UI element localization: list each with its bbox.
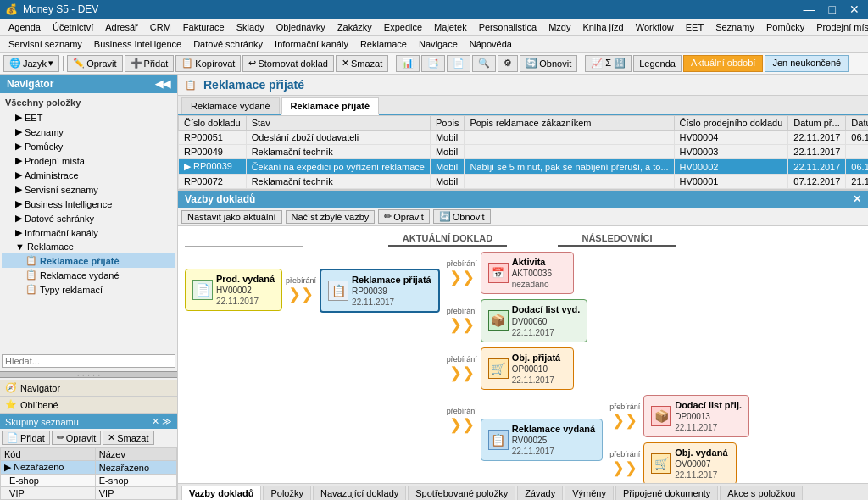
nav-item-reklamace-vydane[interactable]: 📋 Reklamace vydané [2,268,175,282]
nav-item-typy-reklamaci[interactable]: 📋 Typy reklamací [2,282,175,297]
vazby-close-icon[interactable]: ✕ [853,193,861,205]
menu-agenda[interactable]: Agenda [3,20,46,34]
box-dodaci-vyd[interactable]: 📦 Dodací list vyd. DV00060 22.11.2017 [481,299,588,342]
bottom-tab-zavady[interactable]: Závady [517,486,563,500]
box-obj-prijata[interactable]: 🛒 Obj. přijatá OP00010 22.11.2017 [481,347,574,390]
menu-knihajizd[interactable]: Kniha jízd [577,20,628,34]
vazby-opravit-btn[interactable]: ✏ Opravit [378,209,429,224]
toolbar-legenda-btn[interactable]: Legenda [633,55,682,72]
nav-item-pomucky[interactable]: ▶ Pomůcky [2,139,175,153]
expand-icon: ▶ [15,184,22,195]
box-obj-vydana[interactable]: 🛒 Obj. vydaná OV00007 22.11.2017 [643,442,737,483]
nav-item-prodejni[interactable]: ▶ Prodejní místa [2,153,175,168]
bottom-tab-pripojene[interactable]: Připojené dokumenty [615,486,718,500]
box-aktivita[interactable]: 📅 Aktivita AKT00036 nezadáno [481,252,574,294]
bottom-tab-navazujici[interactable]: Navazující doklady [313,486,406,500]
bottom-tab-spotrebovane[interactable]: Spotřebované položky [408,486,515,500]
menu-informacni[interactable]: Informační kanály [270,37,353,51]
groups-row-vip[interactable]: VIP VIP [1,487,177,500]
menu-eet[interactable]: EET [681,20,709,34]
predecessor-box[interactable]: 📄 Prod. vydaná HV00002 22.11.2017 [185,269,282,311]
menu-navigace[interactable]: Navigace [414,37,463,51]
toolbar-icons-group[interactable]: 📈 Σ 🔢 [585,55,632,72]
nav-item-servisni[interactable]: ▶ Servisní seznamy [2,182,175,197]
menu-personalistica[interactable]: Personalistica [474,20,542,34]
toolbar-aktualni-btn[interactable]: Aktuální období [683,55,763,72]
groups-smazat-btn[interactable]: ✕ Smazat [103,431,153,445]
tab-prijate[interactable]: Reklamace přijaté [281,97,380,115]
groups-header-btns[interactable]: ✕ ≫ [152,416,172,427]
groups-table: Kód Název ▶ Nezařazeno Nezařazeno E-shop… [0,447,177,500]
toolbar-obnovit-btn[interactable]: 🔄 Obnovit [520,55,577,72]
aktivita-icon: 📅 [488,263,509,283]
nav-resize-handle[interactable]: · · · · · [0,371,177,378]
nav-item-eet[interactable]: ▶ EET [2,110,175,125]
menu-servisni[interactable]: Servisní seznamy [3,37,87,51]
nav-item-datove[interactable]: ▶ Datové schránky [2,211,175,225]
nav-item-reklamace[interactable]: ▼ Reklamace [2,240,175,253]
menu-pomucky[interactable]: Pomůcky [761,20,810,34]
toolbar-icon1[interactable]: 📊 [396,55,420,72]
bottom-tab-akce[interactable]: Akce s položkou [720,486,803,500]
toolbar-stornovat-btn[interactable]: ↩ Stornovat doklad [242,55,334,72]
toolbar-icon3[interactable]: 📄 [447,55,470,72]
groups-row-eshop[interactable]: E-shop E-shop [1,475,177,487]
table-row-selected[interactable]: ▶ RP00039 Čekání na expedici po vyřízení… [179,159,869,175]
menu-workflow[interactable]: Workflow [631,20,679,34]
nasledovnik-aktivita: přebírání ❯❯ 📅 Aktivita AKT00036 nezadán… [443,252,749,294]
groups-pridat-btn[interactable]: 📄 Přidat [2,431,50,445]
nav-item-informacni[interactable]: ▶ Informační kanály [2,225,175,240]
vazby-obnovit-btn[interactable]: 🔄 Obnovit [433,209,491,224]
toolbar-icon5[interactable]: ⚙ [498,55,518,72]
box-reklamace-vydana[interactable]: 📋 Reklamace vydaná RV00025 22.11.2017 [481,419,603,461]
nav-item-admin[interactable]: ▶ Administrace [2,168,175,182]
oblibene-section-btn[interactable]: ⭐ Oblíbené [0,397,177,414]
toolbar-opravit-btn[interactable]: ✏️ Opravit [67,55,122,72]
bottom-tab-vazby[interactable]: Vazby dokladů [181,486,261,500]
table-row[interactable]: RP00049 Reklamační technik Mobil HV00003… [179,145,869,159]
groups-opravit-btn[interactable]: ✏ Opravit [52,431,101,445]
menu-prodejni[interactable]: Prodejní místa [811,20,868,34]
toolbar-jenNekoncene-btn[interactable]: Jen neukončené [765,55,849,72]
nav-item-seznamy[interactable]: ▶ Seznamy [2,125,175,139]
vazby-nastavit-btn[interactable]: Nastavit jako aktuální [181,210,282,224]
menu-napoveda[interactable]: Nápověda [465,37,517,51]
nav-item-reklamace-prijate[interactable]: 📋 Reklamace přijaté [2,253,175,268]
navigator-section-btn[interactable]: 🧭 Navigátor [0,380,177,397]
menu-crm[interactable]: CRM [145,20,176,34]
close-button[interactable]: ✕ [846,3,863,16]
menu-fakturace[interactable]: Fakturace [178,20,230,34]
menu-sklady[interactable]: Sklady [231,20,270,34]
menu-ucetnictvi[interactable]: Účetnictví [47,20,98,34]
menu-seznamy[interactable]: Seznamy [710,20,760,34]
menu-datove[interactable]: Datové schránky [188,37,268,51]
tab-vydane[interactable]: Reklamace vydané [181,97,280,114]
table-row[interactable]: RP00072 Reklamační technik Mobil HV00001… [179,175,869,189]
toolbar-icon2[interactable]: 📑 [421,55,445,72]
table-row[interactable]: RP00051 Odeslání zboží dodavateli Mobil … [179,131,869,145]
nav-item-business[interactable]: ▶ Business Intelligence [2,197,175,211]
nav-collapse-icon[interactable]: ◀◀ [155,78,170,90]
toolbar-pridat-btn[interactable]: ➕ Přidat [125,55,175,72]
maximize-button[interactable]: □ [826,3,839,16]
lang-button[interactable]: 🌐 Jazyk ▾ [3,55,59,72]
menu-reklamace[interactable]: Reklamace [355,37,412,51]
menu-adresar[interactable]: Adresář [100,20,143,34]
menu-business[interactable]: Business Intelligence [89,37,186,51]
groups-row-nezarazeno[interactable]: ▶ Nezařazeno Nezařazeno [1,461,177,475]
toolbar-smazat-btn[interactable]: ✕ Smazat [336,55,388,72]
menu-zakazky[interactable]: Zakázky [332,20,377,34]
menu-expedice[interactable]: Expedice [379,20,427,34]
aktualni-box[interactable]: 📋 Reklamace přijatá RP00039 22.11.2017 [320,269,440,313]
toolbar-kopirovat-btn[interactable]: 📋 Kopírovat [175,55,241,72]
menu-objednavky[interactable]: Objednávky [271,20,331,34]
menu-majetek[interactable]: Majetek [429,20,472,34]
vazby-nacist-btn[interactable]: Načíst zbylé vazby [286,210,376,224]
minimize-button[interactable]: — [800,3,819,16]
bottom-tab-polozky[interactable]: Položky [263,486,311,500]
toolbar-icon4[interactable]: 🔍 [472,55,496,72]
box-dodaci-prij[interactable]: 📦 Dodací list přij. DP00013 22.11.2017 [643,395,749,437]
bottom-tab-vymeny[interactable]: Výměny [565,486,614,500]
nav-search-input[interactable] [2,354,175,368]
menu-mzdy[interactable]: Mzdy [543,20,576,34]
